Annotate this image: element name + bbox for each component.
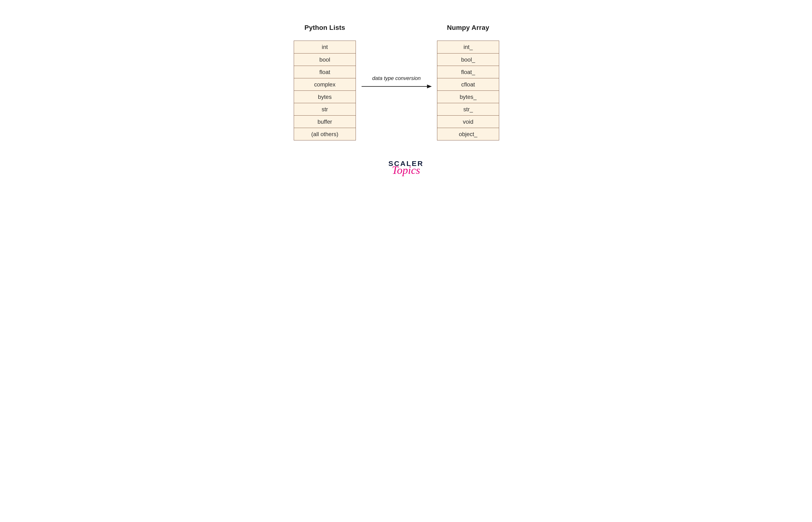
logo-text-topics: Topics: [227, 165, 585, 176]
numpy-types-table: int_ bool_ float_ cfloat bytes_ str_ voi…: [437, 41, 499, 140]
python-type-cell: buffer: [294, 115, 356, 128]
heading-numpy-array: Numpy Array: [437, 24, 499, 32]
scaler-topics-logo: SCALER Topics: [227, 160, 585, 176]
python-type-cell: bool: [294, 53, 356, 66]
python-type-cell: bytes: [294, 91, 356, 103]
arrow-right-icon: [361, 83, 432, 90]
arrow-label: data type conversion: [361, 75, 432, 81]
python-types-table: int bool float complex bytes str buffer …: [294, 41, 356, 140]
numpy-type-cell: bool_: [437, 53, 499, 66]
svg-marker-1: [427, 84, 432, 88]
heading-python-lists: Python Lists: [294, 24, 356, 32]
numpy-type-cell: int_: [437, 41, 499, 53]
python-type-cell: complex: [294, 78, 356, 91]
conversion-arrow-group: data type conversion: [361, 75, 432, 90]
numpy-type-cell: cfloat: [437, 78, 499, 91]
python-type-cell: float: [294, 66, 356, 78]
numpy-type-cell: object_: [437, 128, 499, 140]
numpy-type-cell: bytes_: [437, 91, 499, 103]
python-type-cell: int: [294, 41, 356, 53]
python-type-cell: (all others): [294, 128, 356, 140]
numpy-type-cell: str_: [437, 103, 499, 115]
diagram-canvas: Python Lists Numpy Array int bool float …: [227, 0, 585, 230]
python-type-cell: str: [294, 103, 356, 115]
numpy-type-cell: void: [437, 115, 499, 128]
numpy-type-cell: float_: [437, 66, 499, 78]
